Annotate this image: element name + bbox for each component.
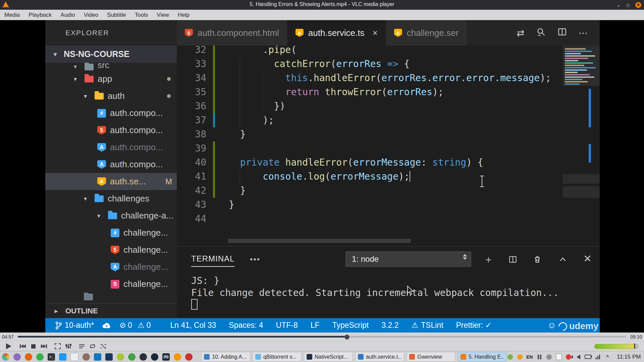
code-line[interactable]: 32 .pipe( [177,46,600,57]
play-button[interactable] [5,343,12,350]
typescript-version[interactable]: 3.2.2 [381,321,398,330]
shuffle-button[interactable] [100,344,106,349]
playlist-button[interactable] [79,344,85,349]
code-line[interactable]: 39 [177,141,600,156]
editor-tab[interactable]: Achallenge.ser [386,20,467,46]
code-line[interactable]: 34 this.handleError(errorRes.error.error… [177,71,600,85]
pinned-app-icon[interactable] [83,353,90,361]
app-launcher-icon[interactable] [2,353,9,361]
problems-indicator[interactable]: ⊘ 0 ⚠ 0 [119,321,151,330]
clock[interactable]: 11:15 PM [617,354,641,360]
tree-root[interactable]: ▾ NS-NG-COURSE [45,46,177,63]
tree-item[interactable]: ▾src [45,63,177,70]
code-line[interactable]: 40 private handleError(errorMessage: str… [177,156,600,170]
git-branch-indicator[interactable]: 10-auth* [55,321,94,330]
menu-audio[interactable]: Audio [56,12,79,18]
menu-subtitle[interactable]: Subtitle [103,12,130,18]
code-line[interactable]: 43} [177,198,600,212]
close-tab-icon[interactable]: × [372,28,377,38]
taskbar-window-button[interactable]: auth.service.t... [355,352,404,362]
tree-item[interactable]: 5auth.compo... [45,122,177,139]
tray-battery-icon[interactable] [585,354,591,360]
tray-clipboard-icon[interactable] [555,354,562,360]
terminal-output[interactable]: JS: }File change detected. Starting incr… [191,275,559,311]
tray-volume-icon[interactable] [575,354,582,360]
editor-tab[interactable]: 5auth.component.html [177,20,287,46]
seek-handle[interactable] [344,335,350,340]
minimap[interactable] [563,46,600,246]
close-button[interactable]: ✕ [635,2,641,8]
volume-handle[interactable] [634,344,635,349]
pinned-app-icon[interactable] [36,353,44,361]
volume-slider[interactable] [594,344,639,349]
cursor-position[interactable]: Ln 41, Col 33 [170,321,216,330]
pinned-app-icon[interactable]: >_ [48,353,55,361]
pinned-app-icon[interactable] [117,353,124,361]
search-icon[interactable] [536,27,546,39]
pinned-app-icon[interactable] [140,353,147,361]
video-stage[interactable]: EXPLORER ▾ NS-NG-COURSE ▾src▾app▾auth#au… [0,20,644,333]
code-line[interactable]: 37 ); [177,113,600,127]
tree-item[interactable]: Aauth.compo... [45,139,177,156]
pinned-app-icon[interactable] [25,353,32,361]
menu-view[interactable]: View [152,12,173,18]
taskbar-window-button[interactable]: 5. Handling E... [458,352,507,362]
code-line[interactable]: 36 }) [177,99,600,113]
terminal-tab[interactable]: TERMINAL [191,254,234,267]
code-line[interactable]: 42 } [177,184,600,198]
tree-item[interactable]: ▾auth [45,87,177,105]
kill-terminal-icon[interactable] [533,255,542,266]
keyboard-layout-indicator[interactable]: EN [526,354,533,360]
tslint-status[interactable]: ⚠ TSLint [411,321,443,330]
language-mode[interactable]: TypeScript [332,321,369,330]
window-titlebar[interactable]: 5. Handling Errors & Showing Alerts.mp4 … [0,0,644,10]
maximize-panel-icon[interactable] [558,255,567,266]
outline-section-header[interactable]: ▸ OUTLINE [45,303,177,318]
taskbar-window-button[interactable]: Gwenview [407,352,455,362]
editor-tab[interactable]: Aauth.service.ts× [287,20,386,46]
pinned-app-icon[interactable] [151,353,158,361]
prettier-status[interactable]: Prettier: ✓ [456,321,492,330]
pinned-app-icon[interactable] [105,353,113,361]
menu-help[interactable]: Help [173,12,194,18]
stop-button[interactable] [31,344,36,349]
tree-item[interactable]: #challenge... [45,224,177,241]
tray-alert-icon[interactable] [565,354,572,360]
split-terminal-icon[interactable] [508,255,517,266]
seek-slider[interactable] [18,336,626,338]
code-line[interactable]: 33 catchError(errorRes => { [177,57,600,71]
code-line[interactable]: 41 console.log(errorMessage); [177,170,600,184]
close-panel-icon[interactable]: ✕ [583,253,592,264]
new-terminal-icon[interactable]: ＋ [483,253,493,266]
extended-settings-button[interactable] [65,343,71,349]
code-editor[interactable]: 32 .pipe(33 catchError(errorRes => {34 t… [177,46,600,246]
tree-item[interactable]: ▾app [45,70,177,87]
tree-item[interactable]: Achallenge... [45,258,177,276]
tree-item[interactable]: #auth.compo... [45,105,177,122]
minimize-button[interactable]: ⌄ [616,2,621,8]
taskbar-window-button[interactable]: 10. Adding A... [201,352,250,362]
pinned-app-icon[interactable] [174,353,181,361]
pinned-app-icon[interactable] [128,353,136,361]
tray-shield-icon[interactable] [517,354,523,360]
pinned-app-icon[interactable]: {N} [162,353,170,361]
tree-item[interactable]: Aauth.compo... [45,156,177,173]
code-line[interactable]: 35 return throwError(errorRes); [177,85,600,99]
sync-changes-icon[interactable] [102,322,111,329]
menu-media[interactable]: Media [0,12,24,18]
pinned-app-icon[interactable] [13,353,21,361]
split-editor-icon[interactable] [557,27,567,39]
pinned-app-icon[interactable] [70,353,78,361]
maximize-button[interactable]: ◇ [626,2,630,8]
open-changes-icon[interactable]: ⇄ [517,27,524,39]
taskbar-window-button[interactable]: qBittorrent v... [253,352,302,362]
menu-video[interactable]: Video [79,12,103,18]
code-line[interactable]: 44 [177,212,600,226]
tray-expand-icon[interactable]: ^ [604,354,611,360]
menu-playback[interactable]: Playback [24,12,56,18]
menu-tools[interactable]: Tools [130,12,153,18]
loop-button[interactable] [90,344,96,349]
tree-item[interactable]: 5challenge... [45,241,177,258]
next-button[interactable] [41,344,47,349]
pinned-app-icon[interactable] [94,353,101,361]
